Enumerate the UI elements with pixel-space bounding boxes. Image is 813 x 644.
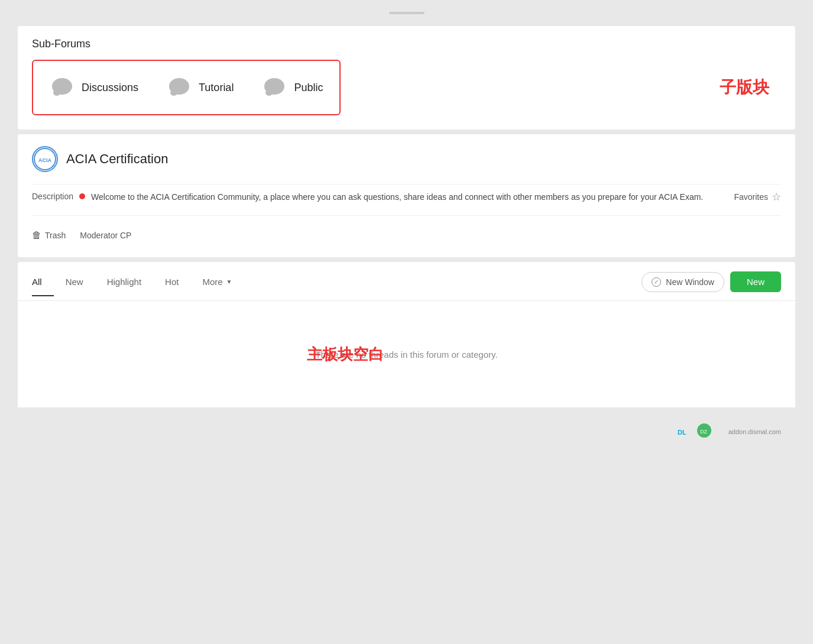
svg-point-1 (53, 90, 60, 96)
acia-logo: ACIA (32, 146, 58, 172)
public-icon (262, 75, 287, 100)
subforums-section: Sub-Forums Discussions (18, 26, 795, 130)
subforums-title: Sub-Forums (32, 38, 781, 50)
tab-new[interactable]: New (54, 277, 95, 296)
trash-button[interactable]: 🗑 Trash (32, 228, 66, 243)
description-dot (79, 193, 85, 199)
subforum-item-public[interactable]: Public (262, 75, 323, 100)
moderator-cp-button[interactable]: Moderator CP (80, 228, 131, 242)
watermark-text: DL DZ (678, 422, 725, 441)
favorites-label: Favorites (734, 192, 768, 202)
tab-hot[interactable]: Hot (153, 277, 190, 296)
tab-more[interactable]: More ▼ (190, 277, 244, 296)
tabs-left: All New Highlight Hot More ▼ (32, 277, 244, 296)
drag-handle (389, 12, 425, 14)
more-chevron-icon: ▼ (226, 279, 232, 285)
tab-highlight[interactable]: Highlight (95, 277, 153, 296)
filter-tabs-row: All New Highlight Hot More ▼ ✓ (18, 262, 795, 301)
filter-section: All New Highlight Hot More ▼ ✓ (18, 262, 795, 407)
trash-label: Trash (45, 231, 66, 240)
watermark-domain: addon.dismal.com (728, 428, 781, 435)
subforums-box: Discussions Tutorial (32, 60, 341, 115)
watermark-area: DL DZ addon.dismal.com (18, 412, 795, 451)
check-circle-icon: ✓ (652, 277, 661, 287)
subforum-label-public: Public (294, 82, 323, 94)
content-area: 主板块空白 There are no threads in this forum… (18, 301, 795, 407)
svg-point-3 (170, 90, 177, 96)
svg-text:DL: DL (678, 429, 686, 436)
acia-header: ACIA ACIA Certification (32, 146, 781, 172)
watermark: DL DZ addon.dismal.com (678, 422, 781, 441)
tutorial-icon (167, 75, 192, 100)
trash-icon: 🗑 (32, 230, 41, 241)
svg-point-5 (265, 90, 273, 96)
favorites-button[interactable]: Favorites ☆ (722, 190, 781, 203)
acia-title: ACIA Certification (66, 151, 168, 167)
moderator-cp-label: Moderator CP (80, 231, 131, 240)
empty-annotation: 主板块空白 (307, 344, 384, 365)
new-label: New (747, 277, 765, 287)
new-window-button[interactable]: ✓ New Window (642, 272, 724, 292)
description-label: Description (32, 190, 73, 203)
new-window-label: New Window (666, 277, 714, 287)
subforums-annotation: 子版块 (720, 76, 781, 99)
subforum-label-discussions: Discussions (82, 82, 138, 94)
discussions-icon (50, 75, 75, 100)
svg-text:DZ: DZ (700, 429, 707, 435)
subforum-label-tutorial: Tutorial (199, 82, 234, 94)
star-icon: ☆ (772, 190, 781, 203)
subforum-item-tutorial[interactable]: Tutorial (167, 75, 234, 100)
subforum-item-discussions[interactable]: Discussions (50, 75, 138, 100)
tab-all[interactable]: All (32, 277, 54, 296)
acia-actions: 🗑 Trash Moderator CP (32, 225, 781, 245)
acia-section: ACIA ACIA Certification Description Welc… (18, 134, 795, 257)
tabs-right: ✓ New Window New (642, 271, 781, 300)
new-button[interactable]: New (730, 271, 781, 292)
description-text: Welcome to the ACIA Certification Commun… (91, 190, 703, 203)
svg-text:ACIA: ACIA (38, 157, 51, 163)
description-left: Description Welcome to the ACIA Certific… (32, 190, 722, 203)
acia-description-row: Description Welcome to the ACIA Certific… (32, 184, 781, 216)
